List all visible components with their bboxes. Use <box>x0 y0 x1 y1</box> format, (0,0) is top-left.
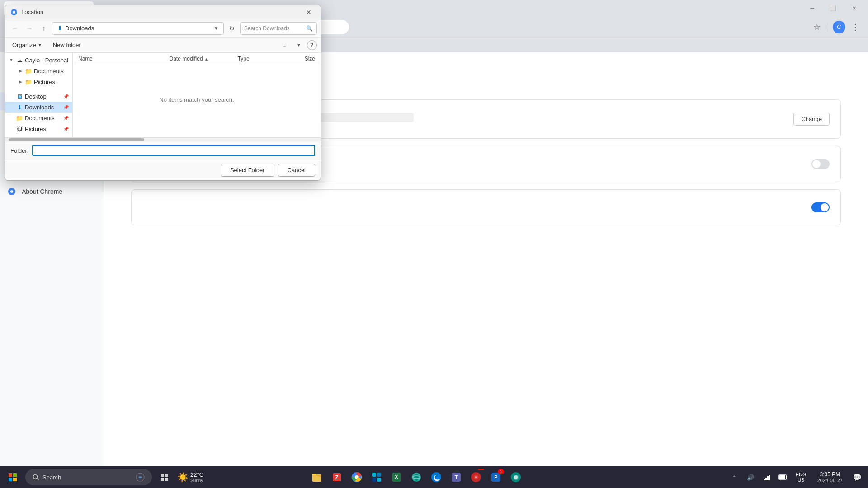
svg-rect-8 <box>9 478 12 481</box>
col-header-name[interactable]: Name <box>78 56 170 62</box>
bookmark-star-button[interactable]: ☆ <box>810 20 824 34</box>
path-download-icon: ⬇ <box>56 25 63 32</box>
col-header-date[interactable]: Date modified ▲ <box>170 56 238 62</box>
tree-spacer <box>5 87 72 91</box>
view-dropdown-button[interactable]: ▼ <box>292 39 305 52</box>
svg-rect-13 <box>161 474 164 477</box>
chrome-actions: ☆ C ⋮ <box>810 20 863 34</box>
taskbar-icon-app4[interactable] <box>507 468 525 486</box>
taskbar-icon-app3[interactable]: P 1 <box>487 468 505 486</box>
help-button[interactable]: ? <box>307 40 317 50</box>
restore-button[interactable]: ⬜ <box>823 0 844 16</box>
tree-item-pictures-child[interactable]: ▶ 📁 Pictures <box>5 76 72 87</box>
taskbar-icon-app2[interactable] <box>467 468 485 486</box>
svg-rect-18 <box>312 474 316 475</box>
file-dialog-overlay: Location ✕ ← → ↑ ⬇ Downloads ▼ ↻ Search … <box>5 5 321 206</box>
dialog-up-button[interactable]: ↑ <box>38 22 50 35</box>
tray-speaker[interactable]: 🔊 <box>743 468 758 486</box>
toggle1[interactable] <box>811 159 830 169</box>
minimize-button[interactable]: ─ <box>802 0 823 16</box>
language-indicator[interactable]: ENG US <box>792 472 810 483</box>
organize-label: Organize <box>12 42 36 48</box>
weather-widget[interactable]: ☀️ 22°C Sunny <box>174 471 207 483</box>
menu-button[interactable]: ⋮ <box>848 20 863 34</box>
folder-icon-documents: 📁 <box>25 67 32 75</box>
path-dropdown-icon[interactable]: ▼ <box>212 25 220 32</box>
taskbar-search[interactable]: Search <box>25 469 152 485</box>
new-folder-button[interactable]: New folder <box>49 40 85 50</box>
dialog-filelist: Name Date modified ▲ Type Size No items … <box>73 53 321 137</box>
dialog-close-button[interactable]: ✕ <box>302 7 315 17</box>
change-button[interactable]: Change <box>793 113 830 126</box>
expand-icon-documents: ▶ <box>18 68 23 74</box>
folder-input[interactable] <box>32 145 315 156</box>
svg-rect-47 <box>786 476 787 479</box>
toggle2[interactable] <box>811 202 830 212</box>
start-button[interactable] <box>4 468 22 486</box>
svg-rect-9 <box>13 478 17 481</box>
dialog-scrollbar[interactable] <box>5 137 321 141</box>
lang-region: US <box>797 477 804 483</box>
close-button[interactable]: ✕ <box>844 0 864 16</box>
svg-text:P: P <box>495 475 498 480</box>
taskbar-icon-teams[interactable]: T <box>447 468 465 486</box>
view-list-button[interactable]: ≡ <box>278 39 291 52</box>
tree-item-cayla[interactable]: ▼ ☁ Cayla - Personal <box>5 55 72 66</box>
tree-label-desktop: Desktop <box>25 93 61 100</box>
cancel-button[interactable]: Cancel <box>278 164 315 177</box>
dialog-forward-button[interactable]: → <box>23 22 36 35</box>
tree-item-downloads[interactable]: ▶ ⬇ Downloads 📌 <box>5 102 72 113</box>
tray-network[interactable] <box>760 468 774 486</box>
dialog-back-button[interactable]: ← <box>9 22 21 35</box>
tray-battery[interactable] <box>776 468 790 486</box>
tree-item-pictures-pinned[interactable]: ▶ 🖼 Pictures 📌 <box>5 123 72 134</box>
tree-item-desktop[interactable]: ▶ 🖥 Desktop 📌 <box>5 91 72 102</box>
profile-button[interactable]: C <box>832 20 846 34</box>
organize-button[interactable]: Organize ▼ <box>9 40 46 50</box>
svg-rect-6 <box>9 473 12 477</box>
view-options: ≡ ▼ ? <box>278 39 317 52</box>
folder-label: Folder: <box>10 147 28 154</box>
svg-text:X: X <box>395 474 399 479</box>
svg-rect-25 <box>372 478 376 482</box>
expand-icon-cayla: ▼ <box>9 57 14 63</box>
col-header-type[interactable]: Type <box>238 56 283 62</box>
tree-item-documents-child[interactable]: ▶ 📁 Documents <box>5 66 72 76</box>
dialog-tree: ▼ ☁ Cayla - Personal ▶ 📁 Documents ▶ 📁 P… <box>5 53 73 137</box>
svg-rect-45 <box>769 475 770 480</box>
tree-label-pictures-pinned: Pictures <box>25 126 61 132</box>
tree-item-documents-pinned[interactable]: ▶ 📁 Documents 📌 <box>5 113 72 123</box>
expand-icon-pictures: ▶ <box>18 79 23 84</box>
weather-info: 22°C Sunny <box>190 471 203 483</box>
lang-text: ENG <box>796 472 807 477</box>
taskbar-icon-explorer[interactable] <box>308 468 326 486</box>
taskbar-icon-excel[interactable]: X <box>387 468 406 486</box>
dialog-search-box: Search Downloads 🔍 <box>240 22 317 35</box>
dialog-body: ▼ ☁ Cayla - Personal ▶ 📁 Documents ▶ 📁 P… <box>5 53 321 137</box>
dialog-title-icon <box>10 9 18 16</box>
taskbar-icon-app1[interactable] <box>407 468 425 486</box>
taskbar-icon-chrome[interactable] <box>348 468 366 486</box>
col-header-size[interactable]: Size <box>283 56 315 62</box>
tree-label-downloads: Downloads <box>25 104 61 111</box>
taskbar-center-icons: Z X <box>308 468 525 486</box>
search-icon: 🔍 <box>306 25 313 32</box>
taskbar: Search ☀️ 22°C Sunny <box>0 466 868 488</box>
task-view-button[interactable] <box>156 468 174 486</box>
scrollbar-thumb[interactable] <box>9 138 144 141</box>
notification-button[interactable]: 💬 <box>850 468 864 486</box>
dialog-title-text: Location <box>21 9 302 15</box>
refresh-path-button[interactable]: ↻ <box>226 22 238 35</box>
taskbar-icon-edge[interactable] <box>427 468 445 486</box>
tray-chevron[interactable]: ⌃ <box>727 468 741 486</box>
taskbar-clock[interactable]: 3:35 PM 2024-08-27 <box>812 471 848 483</box>
weather-temp: 22°C <box>190 471 203 478</box>
tree-label-documents-child: Documents <box>34 68 69 75</box>
svg-rect-7 <box>13 473 17 477</box>
svg-point-30 <box>414 474 419 481</box>
taskbar-icon-zoho[interactable]: Z <box>328 468 346 486</box>
svg-rect-26 <box>377 478 381 482</box>
filelist-empty-message: No items match your search. <box>75 63 319 136</box>
select-folder-button[interactable]: Select Folder <box>221 164 274 177</box>
taskbar-icon-apps[interactable] <box>368 468 386 486</box>
